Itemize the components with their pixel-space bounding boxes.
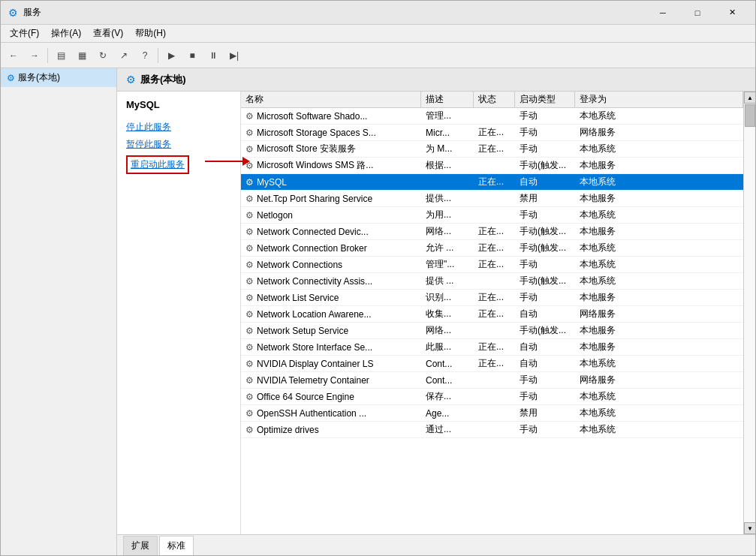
service-icon: ⚙ — [245, 227, 254, 237]
service-icon: ⚙ — [245, 194, 254, 204]
service-icon: ⚙ — [245, 359, 254, 369]
service-icon: ⚙ — [245, 243, 254, 254]
table-row[interactable]: ⚙Microsoft Storage Spaces S...Micr...正在.… — [241, 125, 743, 141]
services-panel: 名称 描述 状态 启动类型 登录为 ⚙Microsoft Software Sh… — [241, 92, 743, 534]
table-body: ⚙Microsoft Software Shado...管理...手动本地系统⚙… — [241, 108, 743, 534]
content-header: ⚙ 服务(本地) — [117, 68, 755, 92]
app-icon: ⚙ — [7, 7, 19, 19]
maximize-button[interactable]: □ — [680, 1, 715, 25]
col-header-desc[interactable]: 描述 — [421, 92, 474, 107]
window-controls: ─ □ ✕ — [646, 1, 749, 25]
back-button[interactable]: ← — [4, 46, 23, 65]
sidebar-item-label: 服务(本地) — [18, 71, 60, 84]
minimize-button[interactable]: ─ — [646, 1, 680, 25]
service-icon: ⚙ — [245, 293, 254, 303]
col-header-logon[interactable]: 登录为 — [575, 92, 743, 107]
table-row[interactable]: ⚙Net.Tcp Port Sharing Service提供...禁用本地服务 — [241, 191, 743, 207]
table-row[interactable]: ⚙Microsoft Windows SMS 路...根据...手动(触发...… — [241, 158, 743, 174]
menu-action[interactable]: 操作(A) — [45, 26, 87, 41]
export-button[interactable]: ↗ — [114, 46, 134, 65]
toolbar: ← → ▤ ▦ ↻ ↗ ? ▶ ■ ⏸ ▶| — [1, 43, 755, 68]
show-tree-button[interactable]: ▤ — [51, 46, 71, 65]
table-row[interactable]: ⚙NVIDIA Telemetry ContainerCont...手动网络服务 — [241, 372, 743, 389]
content-inner: MySQL 停止此服务 暂停此服务 重启动此服务 — [117, 92, 755, 534]
toolbar-sep-1 — [47, 48, 48, 63]
close-button[interactable]: ✕ — [715, 1, 749, 25]
menu-bar: 文件(F) 操作(A) 查看(V) 帮助(H) — [1, 25, 755, 43]
table-row[interactable]: ⚙Office 64 Source Engine保存...手动本地系统 — [241, 389, 743, 405]
service-icon: ⚙ — [245, 342, 254, 353]
service-icon: ⚙ — [245, 276, 254, 287]
sidebar: ⚙ 服务(本地) — [1, 68, 117, 555]
sidebar-item-local-services[interactable]: ⚙ 服务(本地) — [1, 68, 116, 87]
service-icon: ⚙ — [245, 408, 254, 419]
scroll-track[interactable] — [744, 128, 755, 522]
table-row[interactable]: ⚙Network Setup Service网络...手动(触发...本地服务 — [241, 323, 743, 339]
bottom-tabs: 扩展 标准 — [117, 534, 755, 555]
content-area: ⚙ 服务(本地) MySQL 停止此服务 暂停此服务 重启动此服务 — [117, 68, 755, 555]
help-button[interactable]: ? — [135, 46, 155, 65]
menu-view[interactable]: 查看(V) — [87, 26, 129, 41]
table-row[interactable]: ⚙Netlogon为用...手动本地系统 — [241, 207, 743, 224]
table-row[interactable]: ⚙Network List Service识别...正在...手动本地服务 — [241, 290, 743, 306]
content-header-icon: ⚙ — [126, 74, 136, 86]
table-row[interactable]: ⚙MySQL正在...自动本地系统 — [241, 174, 743, 191]
window-title: 服务 — [23, 6, 646, 19]
table-row[interactable]: ⚙Optimize drives通过...手动本地系统 — [241, 422, 743, 438]
pause-service-link[interactable]: 暂停此服务 — [126, 138, 231, 151]
service-icon: ⚙ — [245, 425, 254, 435]
refresh-button[interactable]: ↻ — [93, 46, 113, 65]
service-icon: ⚙ — [245, 177, 254, 188]
service-icon: ⚙ — [245, 210, 254, 221]
start-service-button[interactable]: ▶ — [161, 46, 181, 65]
table-row[interactable]: ⚙Network Store Interface Se...此服...正在...… — [241, 339, 743, 356]
scrollbar: ▲ ▼ — [743, 92, 755, 534]
table-row[interactable]: ⚙Microsoft Store 安装服务为 M...正在...手动本地系统 — [241, 141, 743, 158]
table-row[interactable]: ⚙Network Connections管理"...正在...手动本地系统 — [241, 257, 743, 273]
scroll-down-button[interactable]: ▼ — [744, 522, 755, 534]
main-layout: ⚙ 服务(本地) ⚙ 服务(本地) MySQL 停止此服务 暂停此服务 — [1, 68, 755, 555]
toolbar-sep-2 — [158, 48, 158, 63]
service-icon: ⚙ — [245, 111, 254, 122]
service-icon: ⚙ — [245, 375, 254, 386]
service-icon: ⚙ — [245, 128, 254, 138]
service-icon: ⚙ — [245, 326, 254, 336]
selected-service-title: MySQL — [126, 99, 231, 110]
menu-file[interactable]: 文件(F) — [4, 26, 45, 41]
table-row[interactable]: ⚙Network Location Awarene...收集...正在...自动… — [241, 306, 743, 323]
col-header-startup[interactable]: 启动类型 — [515, 92, 575, 107]
scroll-thumb[interactable] — [745, 104, 755, 127]
content-header-title: 服务(本地) — [140, 73, 186, 86]
service-icon: ⚙ — [245, 260, 254, 270]
table-row[interactable]: ⚙NVIDIA Display Container LSCont...正在...… — [241, 356, 743, 372]
tab-standard[interactable]: 标准 — [159, 536, 194, 555]
show-list-button[interactable]: ▦ — [72, 46, 92, 65]
stop-service-link[interactable]: 停止此服务 — [126, 121, 231, 134]
service-icon: ⚙ — [245, 392, 254, 402]
table-row[interactable]: ⚙Network Connectivity Assis...提供 ...手动(触… — [241, 273, 743, 290]
pause-service-button[interactable]: ⏸ — [203, 46, 223, 65]
stop-service-button[interactable]: ■ — [182, 46, 202, 65]
table-row[interactable]: ⚙Network Connection Broker允许 ...正在...手动(… — [241, 240, 743, 257]
col-header-status[interactable]: 状态 — [474, 92, 515, 107]
service-icon: ⚙ — [245, 144, 254, 155]
restart-service-button[interactable]: ▶| — [224, 46, 244, 65]
table-header: 名称 描述 状态 启动类型 登录为 — [241, 92, 743, 108]
title-bar: ⚙ 服务 ─ □ ✕ — [1, 1, 755, 25]
sidebar-service-icon: ⚙ — [7, 73, 15, 83]
table-row[interactable]: ⚙Microsoft Software Shado...管理...手动本地系统 — [241, 108, 743, 125]
left-panel: MySQL 停止此服务 暂停此服务 重启动此服务 — [117, 92, 241, 534]
restart-service-link[interactable]: 重启动此服务 — [131, 158, 185, 171]
table-row[interactable]: ⚙OpenSSH Authentication ...Age...禁用本地系统 — [241, 405, 743, 422]
tab-extended[interactable]: 扩展 — [123, 536, 158, 555]
col-header-name[interactable]: 名称 — [241, 92, 421, 107]
menu-help[interactable]: 帮助(H) — [129, 26, 172, 41]
scroll-up-button[interactable]: ▲ — [744, 92, 755, 104]
forward-button[interactable]: → — [25, 46, 44, 65]
service-icon: ⚙ — [245, 309, 254, 320]
table-row[interactable]: ⚙Network Connected Devic...网络...正在...手动(… — [241, 224, 743, 240]
main-window: ⚙ 服务 ─ □ ✕ 文件(F) 操作(A) 查看(V) 帮助(H) ← → ▤… — [0, 0, 756, 556]
